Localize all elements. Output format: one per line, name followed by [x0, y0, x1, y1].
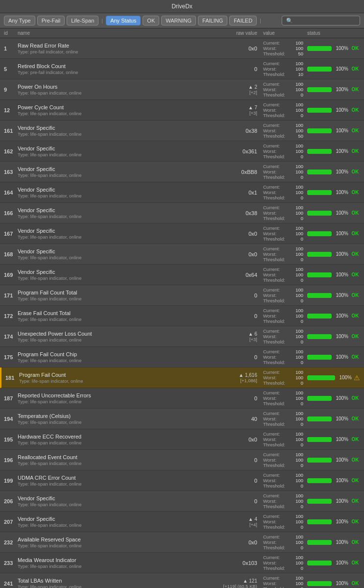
- raw-arrow: ▲ 7: [248, 105, 257, 110]
- current-label: Current:: [263, 308, 280, 313]
- row-status: 100% OK: [305, 265, 364, 285]
- table-row[interactable]: 196 Reallocated Event Count Type: life-s…: [0, 450, 364, 470]
- table-row[interactable]: 169 Vendor Specific Type: life-span indi…: [0, 265, 364, 285]
- table-row[interactable]: 1 Raw Read Error Rate Type: pre-fail ind…: [0, 38, 364, 59]
- table-row[interactable]: 181 Program Fail Count Type: life-span i…: [0, 368, 364, 388]
- progress-bar-bg: [307, 396, 332, 401]
- header-status: status: [305, 30, 364, 36]
- progress-bar-bg: [307, 190, 332, 195]
- raw-value: 0x0: [248, 46, 257, 51]
- current-val: 100: [295, 81, 303, 87]
- status-pct: 100%: [334, 210, 348, 216]
- table-row[interactable]: 194 Temperature (Celsius) Type: life-spa…: [0, 409, 364, 429]
- raw-value: 0: [254, 354, 257, 360]
- status-badge: OK: [350, 416, 360, 421]
- progress-bar-bg: [307, 46, 332, 51]
- filter-warning[interactable]: WARNING: [161, 16, 196, 25]
- table-row[interactable]: 164 Vendor Specific Type: life-span indi…: [0, 182, 364, 203]
- worst-val: 100: [295, 169, 303, 174]
- attr-type: Type: life-span indicator, online: [19, 378, 215, 384]
- raw-value: 0xBB8: [242, 169, 257, 175]
- table-row[interactable]: 207 Vendor Specific Type: life-span indi…: [0, 512, 364, 532]
- table-row[interactable]: 9 Power On Hours Type: life-span indicat…: [0, 79, 364, 100]
- table-row[interactable]: 166 Vendor Specific Type: life-span indi…: [0, 203, 364, 223]
- worst-label: Worst:: [263, 169, 276, 174]
- threshold-label: Threshold:: [263, 277, 285, 283]
- row-name: Vendor Specific Type: life-span indicato…: [16, 162, 217, 182]
- table-row[interactable]: 206 Vendor Specific Type: life-span indi…: [0, 491, 364, 512]
- table-row[interactable]: 163 Vendor Specific Type: life-span indi…: [0, 162, 364, 182]
- raw-value: 0: [254, 498, 257, 504]
- row-rawval: 0: [217, 347, 261, 367]
- current-val: 100: [295, 472, 303, 478]
- table-row[interactable]: 161 Vendor Specific Type: life-span indi…: [0, 121, 364, 141]
- row-name: Vendor Specific Type: life-span indicato…: [16, 203, 217, 223]
- worst-val: 100: [295, 107, 303, 113]
- table-row[interactable]: 167 Vendor Specific Type: life-span indi…: [0, 223, 364, 244]
- attr-name: Program Fail Count Chip: [18, 351, 215, 357]
- row-rawval: 0xBB8: [217, 162, 261, 182]
- row-name: Program Fail Count Type: life-span indic…: [17, 368, 217, 388]
- row-value: Current:100 Worst:100 Threshold:0: [261, 182, 305, 202]
- current-val: 100: [295, 61, 303, 66]
- threshold-val: 0: [301, 483, 303, 489]
- row-value: Current:100 Worst:100 Threshold:50: [261, 121, 305, 141]
- filter-pre-fail[interactable]: Pre-Fail: [37, 16, 65, 25]
- progress-bar-fill: [307, 499, 332, 504]
- table-row[interactable]: 187 Reported Uncorrectable Errors Type: …: [0, 388, 364, 409]
- raw-arrow: ▲ 2: [248, 84, 257, 90]
- filter-any-status[interactable]: Any Status: [106, 16, 141, 25]
- attr-type: Type: life-span indicator, online: [18, 317, 215, 322]
- current-label: Current:: [263, 349, 280, 354]
- row-id: 172: [0, 306, 16, 326]
- table-row[interactable]: 232 Available Reserved Space Type: life-…: [0, 532, 364, 553]
- status-badge: OK: [350, 437, 360, 442]
- current-label: Current:: [263, 267, 280, 272]
- filter-ok[interactable]: OK: [143, 16, 159, 25]
- worst-val: 100: [295, 66, 303, 72]
- current-label: Current:: [263, 452, 280, 457]
- attr-type: Type: life-span indicator, online: [18, 584, 215, 588]
- progress-bar-fill: [307, 149, 332, 154]
- current-val: 100: [295, 411, 303, 416]
- table-row[interactable]: 174 Unexpected Power Loss Count Type: li…: [0, 326, 364, 347]
- attr-type: Type: life-span indicator, online: [18, 358, 215, 363]
- filter-separator2: |: [259, 18, 262, 24]
- worst-label: Worst:: [263, 416, 276, 421]
- progress-bar-fill: [307, 561, 332, 565]
- table-row[interactable]: 241 Total LBAs Written Type: life-span i…: [0, 573, 364, 588]
- current-label: Current:: [263, 472, 280, 478]
- table-row[interactable]: 5 Retired Block Count Type: pre-fail ind…: [0, 59, 364, 79]
- threshold-label: Threshold:: [263, 524, 285, 530]
- threshold-val: 0: [301, 92, 303, 98]
- table-row[interactable]: 199 UDMA CRC Error Count Type: life-span…: [0, 470, 364, 491]
- table-row[interactable]: 195 Hardware ECC Recovered Type: life-sp…: [0, 429, 364, 450]
- current-label: Current:: [263, 122, 280, 128]
- worst-val: 100: [295, 437, 303, 442]
- filter-failing[interactable]: FAILING: [198, 16, 227, 25]
- table-row[interactable]: 172 Erase Fail Count Total Type: life-sp…: [0, 306, 364, 326]
- row-rawval: 0x103: [217, 553, 261, 573]
- filter-failed[interactable]: FAILED: [229, 16, 257, 25]
- table-row[interactable]: 168 Vendor Specific Type: life-span indi…: [0, 244, 364, 265]
- current-label: Current:: [263, 555, 280, 560]
- table-row[interactable]: 12 Power Cycle Count Type: life-span ind…: [0, 100, 364, 121]
- worst-label: Worst:: [263, 581, 276, 586]
- worst-label: Worst:: [263, 46, 276, 51]
- current-val: 100: [295, 164, 303, 169]
- filter-any-type[interactable]: Any Type: [4, 16, 35, 25]
- attr-type: Type: life-span indicator, online: [18, 234, 215, 240]
- search-input[interactable]: [282, 16, 360, 25]
- worst-val: 100: [295, 375, 303, 380]
- row-name: Temperature (Celsius) Type: life-span in…: [16, 409, 217, 429]
- table-row[interactable]: 171 Program Fail Count Total Type: life-…: [0, 285, 364, 306]
- filter-life-span[interactable]: Life-Span: [67, 16, 98, 25]
- current-val: 100: [295, 369, 303, 375]
- row-name: Reallocated Event Count Type: life-span …: [16, 450, 217, 470]
- table-row[interactable]: 162 Vendor Specific Type: life-span indi…: [0, 141, 364, 162]
- attr-name: Erase Fail Count Total: [18, 310, 215, 316]
- table-row[interactable]: 233 Media Wearout Indicator Type: life-s…: [0, 553, 364, 573]
- table-row[interactable]: 175 Program Fail Count Chip Type: life-s…: [0, 347, 364, 368]
- row-name: Raw Read Error Rate Type: pre-fail indic…: [16, 38, 217, 58]
- row-id: 233: [0, 553, 16, 573]
